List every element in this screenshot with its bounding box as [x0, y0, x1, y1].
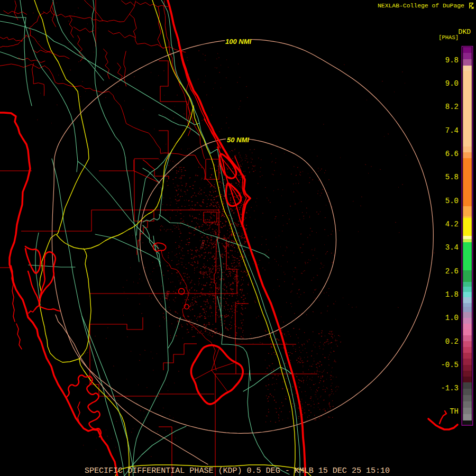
svg-text:DKD: DKD — [459, 28, 471, 36]
svg-text:-1.3: -1.3 — [441, 384, 459, 392]
svg-text:SPECIFIC DIFFERENTIAL PHASE (K: SPECIFIC DIFFERENTIAL PHASE (KDP) 0.5 DE… — [85, 466, 390, 475]
svg-text:6.6: 6.6 — [445, 150, 459, 158]
svg-text:4.2: 4.2 — [445, 220, 459, 228]
svg-text:1.0: 1.0 — [445, 314, 459, 322]
svg-text:7.4: 7.4 — [445, 126, 459, 135]
svg-text:50 NMI: 50 NMI — [227, 136, 249, 144]
svg-text:-0.5: -0.5 — [441, 361, 459, 369]
svg-text:9.8: 9.8 — [445, 56, 459, 65]
svg-text:[PHAS]: [PHAS] — [438, 34, 459, 41]
svg-text:NEXLAB-College of DuPage: NEXLAB-College of DuPage — [378, 2, 464, 9]
svg-text:100 NMI: 100 NMI — [225, 38, 252, 45]
svg-text:0.2: 0.2 — [445, 337, 459, 346]
svg-text:9.0: 9.0 — [445, 79, 459, 88]
svg-text:3.4: 3.4 — [445, 243, 459, 252]
svg-text:5.8: 5.8 — [445, 173, 459, 181]
svg-text:8.2: 8.2 — [445, 103, 459, 111]
svg-text:2.6: 2.6 — [445, 267, 459, 276]
svg-text:TH: TH — [450, 407, 459, 416]
svg-text:5.0: 5.0 — [445, 197, 459, 205]
svg-text:1.8: 1.8 — [445, 290, 459, 299]
